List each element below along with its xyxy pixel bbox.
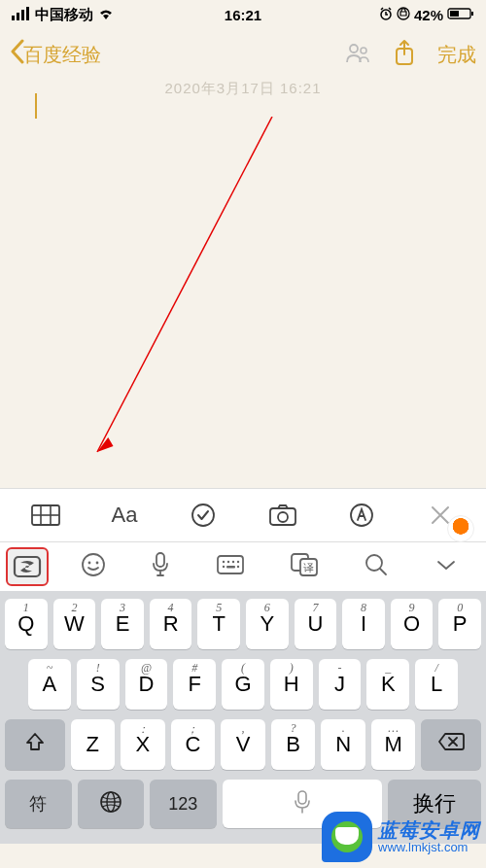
key-superscript: # bbox=[191, 661, 197, 676]
svg-point-31 bbox=[237, 561, 239, 563]
key-superscript: … bbox=[388, 721, 399, 736]
key-superscript: 2 bbox=[71, 601, 77, 615]
battery-pct: 42% bbox=[414, 7, 443, 23]
key-j[interactable]: -J bbox=[319, 659, 362, 710]
svg-point-33 bbox=[237, 566, 239, 568]
numbers-key[interactable]: 123 bbox=[150, 780, 217, 828]
key-superscript: ： bbox=[137, 721, 149, 738]
key-m[interactable]: …M bbox=[371, 719, 416, 770]
ime-toolbar: 译 bbox=[0, 542, 486, 591]
key-q[interactable]: 1Q bbox=[5, 599, 48, 649]
key-superscript: 0 bbox=[457, 601, 463, 615]
key-f[interactable]: #F bbox=[173, 659, 216, 710]
camera-icon[interactable] bbox=[265, 498, 300, 533]
key-superscript: 7 bbox=[312, 601, 318, 615]
svg-rect-1 bbox=[17, 13, 19, 20]
key-superscript: _ bbox=[385, 661, 391, 676]
return-key[interactable]: 换行 bbox=[388, 780, 481, 828]
key-superscript: ? bbox=[291, 721, 296, 736]
key-p[interactable]: 0P bbox=[438, 599, 481, 649]
ime-avatar[interactable] bbox=[447, 515, 474, 542]
svg-point-25 bbox=[96, 562, 99, 565]
key-superscript: 4 bbox=[168, 601, 174, 615]
signal-icon bbox=[12, 7, 31, 23]
collapse-icon[interactable] bbox=[434, 557, 458, 576]
table-icon[interactable] bbox=[28, 498, 63, 533]
done-button[interactable]: 完成 bbox=[437, 42, 476, 68]
key-superscript: 5 bbox=[216, 601, 222, 615]
back-label: 百度经验 bbox=[23, 42, 101, 68]
key-w[interactable]: 2W bbox=[53, 599, 96, 649]
wifi-icon bbox=[97, 7, 115, 23]
checklist-icon[interactable] bbox=[186, 498, 221, 533]
svg-point-10 bbox=[361, 48, 366, 53]
keyboard: 1Q2W3E4R5T6Y7U8I9O0P ~A!S@D#F(G)H-J_K/L … bbox=[0, 591, 486, 844]
share-icon[interactable] bbox=[393, 39, 416, 70]
key-u[interactable]: 7U bbox=[295, 599, 337, 649]
globe-key[interactable] bbox=[78, 780, 145, 828]
key-superscript: @ bbox=[141, 661, 152, 676]
svg-point-24 bbox=[88, 562, 91, 565]
key-superscript: / bbox=[434, 661, 437, 676]
key-g[interactable]: (G bbox=[222, 659, 264, 710]
ime-logo-button[interactable] bbox=[6, 547, 49, 586]
rotation-lock-icon bbox=[397, 7, 410, 23]
svg-rect-3 bbox=[26, 7, 29, 20]
text-style-button[interactable]: Aa bbox=[107, 498, 142, 533]
note-body[interactable]: 2020年3月17日 16:21 bbox=[0, 80, 486, 488]
search-icon[interactable] bbox=[364, 552, 389, 581]
svg-rect-26 bbox=[156, 553, 164, 567]
key-superscript: - bbox=[338, 661, 342, 676]
key-i[interactable]: 8I bbox=[342, 599, 385, 649]
key-d[interactable]: @D bbox=[125, 659, 168, 710]
svg-point-5 bbox=[398, 8, 409, 19]
mic-icon bbox=[294, 789, 311, 818]
svg-rect-43 bbox=[298, 791, 306, 804]
svg-rect-8 bbox=[471, 12, 473, 16]
symbols-key[interactable]: 符 bbox=[5, 780, 72, 828]
key-c[interactable]: ；C bbox=[171, 719, 216, 770]
backspace-icon bbox=[437, 732, 465, 757]
key-x[interactable]: ：X bbox=[121, 719, 165, 770]
key-y[interactable]: 6Y bbox=[246, 599, 289, 649]
backspace-key[interactable] bbox=[421, 719, 481, 770]
emoji-icon[interactable] bbox=[81, 552, 106, 581]
key-superscript: ( bbox=[241, 661, 245, 676]
markup-icon[interactable] bbox=[344, 498, 379, 533]
keyboard-switch-icon[interactable] bbox=[216, 554, 245, 579]
svg-point-30 bbox=[232, 561, 234, 563]
clock: 16:21 bbox=[225, 7, 261, 23]
key-z[interactable]: Z bbox=[71, 719, 116, 770]
globe-icon bbox=[99, 790, 122, 818]
back-button[interactable]: 百度经验 bbox=[10, 39, 101, 71]
key-t[interactable]: 5T bbox=[197, 599, 240, 649]
key-h[interactable]: )H bbox=[270, 659, 313, 710]
nav-bar: 百度经验 完成 bbox=[0, 29, 486, 80]
key-e[interactable]: 3E bbox=[101, 599, 144, 649]
translate-icon[interactable]: 译 bbox=[290, 552, 319, 581]
collaborate-icon[interactable] bbox=[344, 41, 371, 68]
key-b[interactable]: ?B bbox=[271, 719, 316, 770]
svg-rect-2 bbox=[21, 10, 24, 20]
key-n[interactable]: .N bbox=[321, 719, 365, 770]
key-k[interactable]: _K bbox=[366, 659, 409, 710]
voice-icon[interactable] bbox=[151, 551, 170, 582]
key-o[interactable]: 9O bbox=[391, 599, 434, 649]
key-superscript: 1 bbox=[23, 601, 29, 615]
svg-line-39 bbox=[380, 569, 386, 574]
svg-rect-27 bbox=[218, 556, 243, 573]
key-superscript: 9 bbox=[409, 601, 415, 615]
key-r[interactable]: 4R bbox=[150, 599, 192, 649]
key-v[interactable]: ,V bbox=[221, 719, 265, 770]
key-l[interactable]: /L bbox=[415, 659, 458, 710]
shift-key[interactable] bbox=[5, 719, 65, 770]
key-s[interactable]: !S bbox=[77, 659, 120, 710]
space-key[interactable] bbox=[223, 780, 382, 828]
svg-rect-7 bbox=[450, 11, 459, 17]
svg-rect-34 bbox=[226, 566, 235, 568]
key-label: Z bbox=[87, 732, 99, 757]
note-timestamp: 2020年3月17日 16:21 bbox=[164, 80, 321, 98]
svg-point-23 bbox=[83, 554, 104, 575]
key-superscript: 3 bbox=[120, 601, 125, 615]
key-a[interactable]: ~A bbox=[28, 659, 71, 710]
